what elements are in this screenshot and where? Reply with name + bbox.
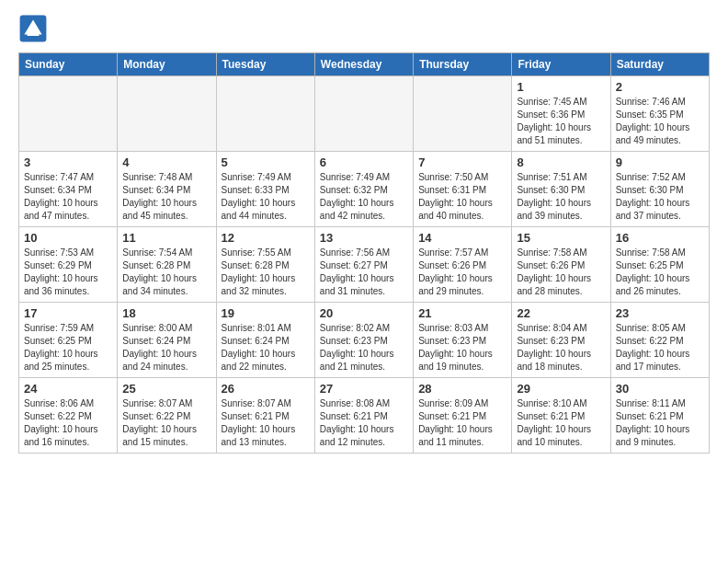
day-number: 25 — [122, 382, 210, 396]
calendar-cell: 10Sunrise: 7:53 AM Sunset: 6:29 PM Dayli… — [19, 227, 118, 303]
calendar-cell: 17Sunrise: 7:59 AM Sunset: 6:25 PM Dayli… — [19, 303, 118, 378]
calendar-cell: 24Sunrise: 8:06 AM Sunset: 6:22 PM Dayli… — [19, 378, 118, 454]
day-info: Sunrise: 8:03 AM Sunset: 6:23 PM Dayligh… — [418, 322, 506, 373]
calendar-cell: 6Sunrise: 7:49 AM Sunset: 6:32 PM Daylig… — [314, 152, 413, 227]
day-info: Sunrise: 7:52 AM Sunset: 6:30 PM Dayligh… — [616, 171, 704, 223]
day-info: Sunrise: 7:55 AM Sunset: 6:28 PM Dayligh… — [222, 247, 310, 298]
day-info: Sunrise: 7:50 AM Sunset: 6:31 PM Dayligh… — [418, 171, 506, 223]
calendar-cell: 29Sunrise: 8:10 AM Sunset: 6:21 PM Dayli… — [512, 378, 610, 454]
calendar-cell: 7Sunrise: 7:50 AM Sunset: 6:31 PM Daylig… — [414, 152, 512, 227]
calendar-cell: 13Sunrise: 7:56 AM Sunset: 6:27 PM Dayli… — [314, 227, 413, 303]
day-number: 9 — [616, 155, 704, 169]
day-info: Sunrise: 7:47 AM Sunset: 6:34 PM Dayligh… — [24, 171, 112, 223]
day-info: Sunrise: 8:04 AM Sunset: 6:23 PM Dayligh… — [517, 322, 605, 373]
day-number: 24 — [24, 382, 112, 396]
calendar-cell: 21Sunrise: 8:03 AM Sunset: 6:23 PM Dayli… — [414, 303, 512, 378]
calendar-cell: 18Sunrise: 8:00 AM Sunset: 6:24 PM Dayli… — [118, 303, 216, 378]
logo-icon — [18, 14, 48, 43]
calendar-week-3: 10Sunrise: 7:53 AM Sunset: 6:29 PM Dayli… — [19, 227, 710, 303]
day-info: Sunrise: 8:11 AM Sunset: 6:21 PM Dayligh… — [616, 397, 704, 449]
day-number: 26 — [222, 382, 310, 396]
calendar-cell: 28Sunrise: 8:09 AM Sunset: 6:21 PM Dayli… — [414, 378, 512, 454]
calendar-cell: 1Sunrise: 7:45 AM Sunset: 6:36 PM Daylig… — [512, 76, 610, 152]
calendar-cell: 26Sunrise: 8:07 AM Sunset: 6:21 PM Dayli… — [216, 378, 314, 454]
day-info: Sunrise: 7:58 AM Sunset: 6:26 PM Dayligh… — [517, 247, 605, 298]
calendar-week-1: 1Sunrise: 7:45 AM Sunset: 6:36 PM Daylig… — [19, 76, 710, 152]
day-info: Sunrise: 8:08 AM Sunset: 6:21 PM Dayligh… — [320, 397, 408, 449]
calendar-cell: 25Sunrise: 8:07 AM Sunset: 6:22 PM Dayli… — [118, 378, 216, 454]
day-info: Sunrise: 7:51 AM Sunset: 6:30 PM Dayligh… — [517, 171, 605, 223]
day-number: 1 — [517, 80, 605, 94]
calendar-cell: 11Sunrise: 7:54 AM Sunset: 6:28 PM Dayli… — [118, 227, 216, 303]
weekday-header-monday: Monday — [118, 53, 216, 76]
weekday-header-thursday: Thursday — [414, 53, 512, 76]
day-info: Sunrise: 8:00 AM Sunset: 6:24 PM Dayligh… — [122, 322, 210, 373]
logo — [18, 14, 51, 43]
day-number: 15 — [517, 231, 605, 245]
day-info: Sunrise: 8:06 AM Sunset: 6:22 PM Dayligh… — [24, 397, 112, 449]
day-info: Sunrise: 8:07 AM Sunset: 6:22 PM Dayligh… — [122, 397, 210, 449]
calendar-cell: 15Sunrise: 7:58 AM Sunset: 6:26 PM Dayli… — [512, 227, 610, 303]
calendar-cell — [118, 76, 216, 152]
day-number: 3 — [24, 155, 112, 169]
day-info: Sunrise: 8:09 AM Sunset: 6:21 PM Dayligh… — [418, 397, 506, 449]
calendar-cell: 5Sunrise: 7:49 AM Sunset: 6:33 PM Daylig… — [216, 152, 314, 227]
day-info: Sunrise: 8:07 AM Sunset: 6:21 PM Dayligh… — [222, 397, 310, 449]
day-number: 14 — [418, 231, 506, 245]
calendar-cell: 12Sunrise: 7:55 AM Sunset: 6:28 PM Dayli… — [216, 227, 314, 303]
weekday-header-saturday: Saturday — [610, 53, 709, 76]
weekday-header-sunday: Sunday — [19, 53, 118, 76]
calendar-cell: 22Sunrise: 8:04 AM Sunset: 6:23 PM Dayli… — [512, 303, 610, 378]
calendar-cell: 27Sunrise: 8:08 AM Sunset: 6:21 PM Dayli… — [314, 378, 413, 454]
day-info: Sunrise: 7:46 AM Sunset: 6:35 PM Dayligh… — [616, 96, 704, 147]
calendar-cell: 23Sunrise: 8:05 AM Sunset: 6:22 PM Dayli… — [610, 303, 709, 378]
day-number: 5 — [222, 155, 310, 169]
calendar-cell: 4Sunrise: 7:48 AM Sunset: 6:34 PM Daylig… — [118, 152, 216, 227]
day-number: 4 — [122, 155, 210, 169]
day-number: 16 — [616, 231, 704, 245]
day-info: Sunrise: 7:49 AM Sunset: 6:32 PM Dayligh… — [320, 171, 408, 223]
header — [18, 14, 710, 43]
calendar-cell: 14Sunrise: 7:57 AM Sunset: 6:26 PM Dayli… — [414, 227, 512, 303]
day-info: Sunrise: 7:48 AM Sunset: 6:34 PM Dayligh… — [122, 171, 210, 223]
day-number: 8 — [517, 155, 605, 169]
calendar: SundayMondayTuesdayWednesdayThursdayFrid… — [18, 52, 710, 454]
day-info: Sunrise: 7:54 AM Sunset: 6:28 PM Dayligh… — [122, 247, 210, 298]
day-number: 22 — [517, 306, 605, 320]
calendar-cell: 3Sunrise: 7:47 AM Sunset: 6:34 PM Daylig… — [19, 152, 118, 227]
day-info: Sunrise: 7:58 AM Sunset: 6:25 PM Dayligh… — [616, 247, 704, 298]
day-number: 13 — [320, 231, 408, 245]
calendar-cell — [414, 76, 512, 152]
day-number: 28 — [418, 382, 506, 396]
svg-rect-2 — [28, 33, 40, 36]
day-info: Sunrise: 8:05 AM Sunset: 6:22 PM Dayligh… — [616, 322, 704, 373]
day-number: 7 — [418, 155, 506, 169]
calendar-cell — [314, 76, 413, 152]
day-number: 10 — [24, 231, 112, 245]
calendar-week-5: 24Sunrise: 8:06 AM Sunset: 6:22 PM Dayli… — [19, 378, 710, 454]
calendar-cell: 20Sunrise: 8:02 AM Sunset: 6:23 PM Dayli… — [314, 303, 413, 378]
weekday-header-friday: Friday — [512, 53, 610, 76]
day-info: Sunrise: 7:59 AM Sunset: 6:25 PM Dayligh… — [24, 322, 112, 373]
calendar-header-row: SundayMondayTuesdayWednesdayThursdayFrid… — [19, 53, 710, 76]
day-info: Sunrise: 8:02 AM Sunset: 6:23 PM Dayligh… — [320, 322, 408, 373]
day-number: 30 — [616, 382, 704, 396]
day-number: 18 — [122, 306, 210, 320]
weekday-header-wednesday: Wednesday — [314, 53, 413, 76]
day-number: 23 — [616, 306, 704, 320]
calendar-cell: 8Sunrise: 7:51 AM Sunset: 6:30 PM Daylig… — [512, 152, 610, 227]
calendar-cell — [19, 76, 118, 152]
day-number: 29 — [517, 382, 605, 396]
day-number: 2 — [616, 80, 704, 94]
day-info: Sunrise: 7:57 AM Sunset: 6:26 PM Dayligh… — [418, 247, 506, 298]
day-number: 19 — [222, 306, 310, 320]
calendar-cell: 9Sunrise: 7:52 AM Sunset: 6:30 PM Daylig… — [610, 152, 709, 227]
calendar-cell — [216, 76, 314, 152]
day-number: 20 — [320, 306, 408, 320]
calendar-cell: 2Sunrise: 7:46 AM Sunset: 6:35 PM Daylig… — [610, 76, 709, 152]
calendar-week-4: 17Sunrise: 7:59 AM Sunset: 6:25 PM Dayli… — [19, 303, 710, 378]
calendar-week-2: 3Sunrise: 7:47 AM Sunset: 6:34 PM Daylig… — [19, 152, 710, 227]
calendar-cell: 30Sunrise: 8:11 AM Sunset: 6:21 PM Dayli… — [610, 378, 709, 454]
day-number: 27 — [320, 382, 408, 396]
calendar-cell: 16Sunrise: 7:58 AM Sunset: 6:25 PM Dayli… — [610, 227, 709, 303]
